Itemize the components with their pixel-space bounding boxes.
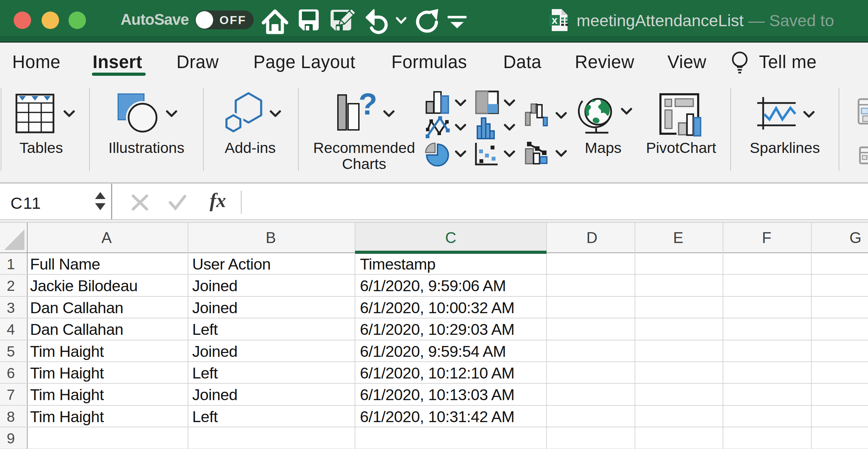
svg-text:?: ? xyxy=(359,87,377,121)
svg-text:x: x xyxy=(552,14,558,26)
